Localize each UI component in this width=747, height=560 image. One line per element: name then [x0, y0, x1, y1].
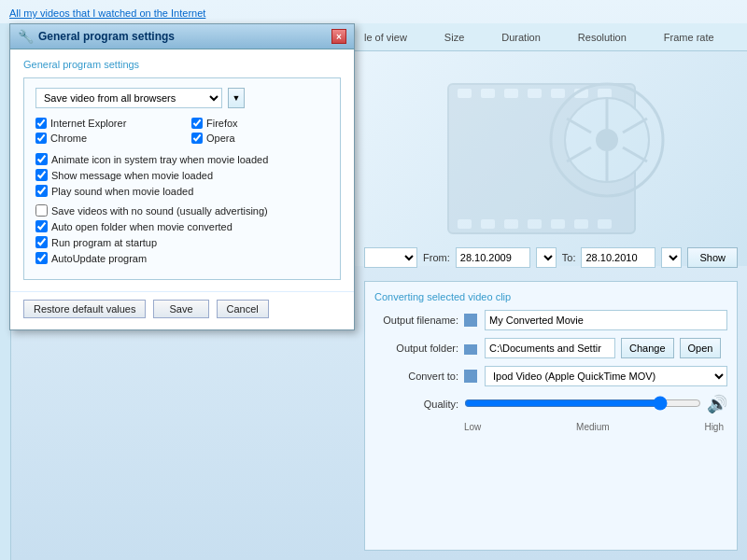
option-animate-item[interactable]: Animate icon in system tray when movie l…: [35, 153, 329, 165]
opera-checkbox-item[interactable]: Opera: [191, 133, 329, 144]
quality-medium-label: Medium: [576, 422, 610, 432]
table-header: le of view Size Duration Resolution Fram…: [355, 23, 747, 51]
quality-slider-container: [464, 397, 701, 413]
browser-select[interactable]: Save video from all browsersSave video f…: [35, 88, 222, 108]
quality-low-label: Low: [464, 422, 481, 432]
svg-rect-9: [481, 219, 495, 229]
chrome-checkbox-item[interactable]: Chrome: [35, 133, 173, 144]
option-auto-open-item[interactable]: Auto open folder when movie converted: [35, 220, 329, 232]
option-auto-open-checkbox[interactable]: [35, 220, 48, 232]
chrome-checkbox[interactable]: [35, 133, 47, 144]
converting-section: Converting selected video clip Output fi…: [364, 281, 738, 551]
svg-rect-11: [528, 219, 542, 229]
col-frame-rate: Frame rate: [664, 32, 714, 43]
from-label: From:: [423, 252, 450, 263]
svg-rect-3: [504, 89, 518, 98]
options-group-1: Animate icon in system tray when movie l…: [35, 153, 329, 197]
app-background: All my videos that I watched on the Inte…: [0, 0, 747, 560]
svg-rect-12: [551, 219, 565, 229]
quality-slider[interactable]: [464, 397, 701, 410]
converting-title: Converting selected video clip: [374, 291, 727, 302]
convert-to-select[interactable]: Ipod Video (Apple QuickTime MOV): [485, 366, 727, 386]
svg-rect-2: [481, 89, 495, 98]
quality-high-label: High: [704, 422, 724, 432]
general-settings-dialog: 🔧 General program settings × General pro…: [9, 23, 355, 330]
ie-checkbox-item[interactable]: Internet Explorer: [35, 118, 173, 129]
option-no-sound-label: Save videos with no sound (usually adver…: [51, 205, 268, 217]
option-no-sound-item[interactable]: Save videos with no sound (usually adver…: [35, 204, 329, 217]
svg-rect-1: [458, 89, 472, 98]
options-group-2: Save videos with no sound (usually adver…: [35, 204, 329, 264]
col-point-of-view: le of view: [364, 32, 407, 43]
opera-label: Opera: [206, 133, 235, 144]
option-auto-open-label: Auto open folder when movie converted: [51, 221, 233, 232]
option-animate-label: Animate icon in system tray when movie l…: [51, 154, 268, 165]
cancel-button[interactable]: Cancel: [217, 300, 269, 318]
save-button[interactable]: Save: [153, 300, 208, 318]
open-button[interactable]: Open: [680, 338, 722, 358]
from-date-input[interactable]: [456, 247, 530, 268]
svg-point-17: [596, 129, 618, 151]
option-play-sound-item[interactable]: Play sound when movie loaded: [35, 185, 329, 197]
svg-rect-8: [458, 219, 472, 229]
dropdown-arrow-btn[interactable]: ▼: [228, 88, 245, 108]
option-play-sound-checkbox[interactable]: [35, 185, 48, 197]
svg-rect-7: [598, 89, 612, 98]
output-folder-label: Output folder:: [374, 343, 458, 354]
browser-checkboxes: Internet Explorer Firefox Chrome Opera: [35, 118, 329, 144]
option-animate-checkbox[interactable]: [35, 153, 48, 165]
filter-dropdown[interactable]: [364, 247, 417, 268]
convert-to-row: Convert to: Ipod Video (Apple QuickTime …: [374, 366, 727, 386]
option-autoupdate-item[interactable]: AutoUpdate program: [35, 252, 329, 264]
to-date-dropdown[interactable]: [661, 247, 682, 268]
dialog-close-button[interactable]: ×: [331, 29, 346, 44]
date-filter-row: From: To: Show: [364, 247, 738, 268]
wrench-icon: 🔧: [18, 29, 33, 44]
svg-rect-5: [551, 89, 565, 98]
firefox-label: Firefox: [206, 118, 238, 129]
firefox-checkbox-item[interactable]: Firefox: [191, 118, 329, 129]
film-reel-decoration: [355, 51, 747, 266]
option-no-sound-checkbox[interactable]: [35, 204, 48, 217]
svg-rect-13: [574, 219, 588, 229]
dialog-footer: Restore default values Save Cancel: [10, 291, 354, 329]
ie-label: Internet Explorer: [50, 118, 126, 129]
file-icon: [464, 314, 477, 327]
output-folder-input[interactable]: [485, 338, 615, 358]
quality-icon: 🔊: [707, 394, 727, 414]
dialog-titlebar: 🔧 General program settings ×: [10, 24, 354, 49]
option-show-msg-checkbox[interactable]: [35, 169, 48, 181]
output-folder-row: Output folder: Change Open: [374, 338, 727, 358]
option-autoupdate-checkbox[interactable]: [35, 252, 48, 264]
change-button[interactable]: Change: [621, 338, 674, 358]
convert-icon: [464, 370, 477, 383]
dialog-title-left: 🔧 General program settings: [18, 29, 175, 44]
col-resolution: Resolution: [578, 32, 627, 43]
quality-row: Quality: 🔊: [374, 394, 727, 414]
output-filename-label: Output filename:: [374, 315, 458, 326]
firefox-checkbox[interactable]: [191, 118, 203, 129]
from-date-dropdown[interactable]: [536, 247, 557, 268]
top-link[interactable]: All my videos that I watched on the Inte…: [9, 7, 205, 19]
to-date-input[interactable]: [581, 247, 655, 268]
show-button[interactable]: Show: [687, 247, 738, 268]
to-label: To:: [562, 252, 576, 263]
svg-rect-4: [528, 89, 542, 98]
option-show-msg-label: Show message when movie loaded: [51, 170, 213, 181]
restore-defaults-button[interactable]: Restore default values: [23, 300, 146, 318]
svg-rect-10: [504, 219, 518, 229]
ie-checkbox[interactable]: [35, 118, 47, 129]
option-run-startup-checkbox[interactable]: [35, 236, 48, 248]
output-filename-row: Output filename:: [374, 310, 727, 330]
option-show-msg-item[interactable]: Show message when movie loaded: [35, 169, 329, 181]
browser-dropdown-row: Save video from all browsersSave video f…: [35, 88, 329, 108]
dialog-inner: Save video from all browsersSave video f…: [23, 77, 341, 280]
folder-icon: [464, 344, 477, 355]
option-run-startup-item[interactable]: Run program at startup: [35, 236, 329, 248]
svg-rect-14: [598, 219, 612, 229]
output-filename-input[interactable]: [485, 310, 727, 330]
opera-checkbox[interactable]: [191, 133, 203, 144]
chrome-label: Chrome: [50, 133, 87, 144]
quality-labels: Low Medium High: [464, 422, 724, 432]
dialog-body: General program settings Save video from…: [10, 49, 354, 291]
